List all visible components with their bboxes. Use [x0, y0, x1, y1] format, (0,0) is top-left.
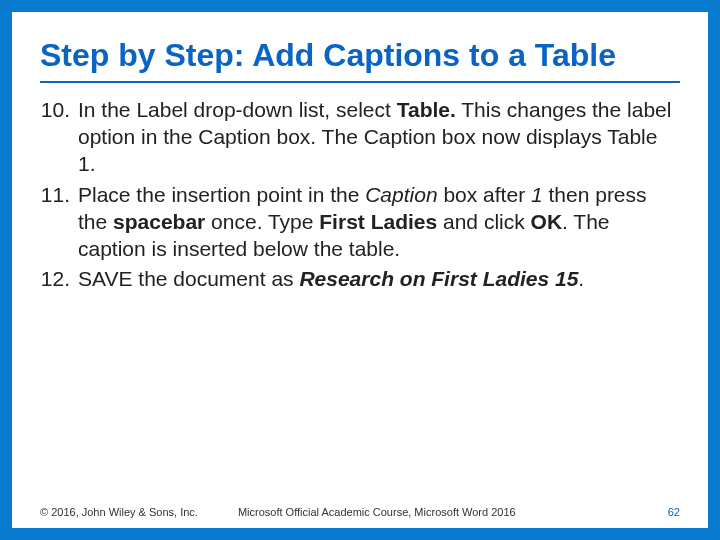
- step-text: In the Label drop-down list, select Tabl…: [78, 97, 680, 178]
- course-text: Microsoft Official Academic Course, Micr…: [238, 506, 668, 518]
- page-number: 62: [668, 506, 680, 518]
- step-number: 11.: [40, 182, 78, 263]
- step-text: SAVE the document as Research on First L…: [78, 266, 680, 293]
- footer: © 2016, John Wiley & Sons, Inc. Microsof…: [40, 506, 680, 518]
- copyright-text: © 2016, John Wiley & Sons, Inc.: [40, 506, 198, 518]
- step-list: 10. In the Label drop-down list, select …: [40, 97, 680, 297]
- step-number: 10.: [40, 97, 78, 178]
- page-title: Step by Step: Add Captions to a Table: [40, 38, 680, 83]
- list-item: 12. SAVE the document as Research on Fir…: [40, 266, 680, 293]
- list-item: 11. Place the insertion point in the Cap…: [40, 182, 680, 263]
- step-number: 12.: [40, 266, 78, 293]
- step-text: Place the insertion point in the Caption…: [78, 182, 680, 263]
- list-item: 10. In the Label drop-down list, select …: [40, 97, 680, 178]
- slide: Step by Step: Add Captions to a Table 10…: [12, 12, 708, 528]
